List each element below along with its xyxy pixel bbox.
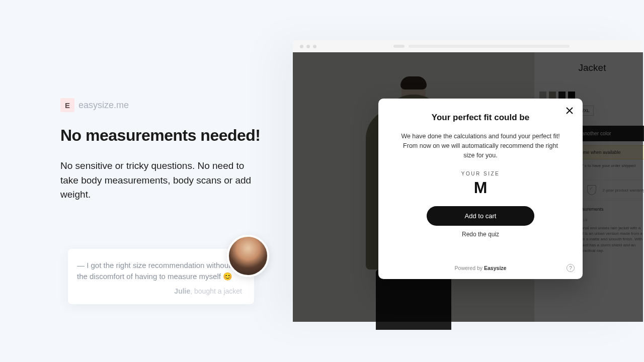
fit-result-modal: Your perfect fit could be We have done t…: [378, 99, 583, 279]
testimonial: — I got the right size recommendation wi…: [68, 249, 254, 304]
modal-footer: Powered by Easysize ?: [399, 265, 561, 271]
testimonial-quote: — I got the right size recommendation wi…: [77, 260, 242, 282]
testimonial-card: — I got the right size recommendation wi…: [68, 249, 254, 304]
traffic-light-icon: [313, 45, 316, 48]
redo-quiz-link[interactable]: Redo the quiz: [399, 231, 561, 238]
testimonial-attribution: Julie, bought a jacket: [77, 287, 242, 295]
brand-icon: E: [60, 98, 74, 112]
brand-name: easysize.me: [78, 100, 129, 111]
close-button[interactable]: [565, 106, 575, 116]
traffic-light-icon: [300, 45, 303, 48]
modal-body-text: We have done the calculations and found …: [399, 132, 561, 160]
browser-mock: Jacket S/M M/L L/XL Try another color ✉ …: [293, 40, 643, 322]
help-icon[interactable]: ?: [567, 264, 575, 272]
subheadline: No sensitive or tricky questions. No nee…: [60, 159, 262, 202]
your-size-label: YOUR SIZE: [399, 171, 561, 176]
avatar: [227, 235, 269, 277]
powered-by-brand: Easysize: [484, 265, 506, 271]
traffic-light-icon: [306, 45, 310, 48]
brand-lockup: E easysize.me: [60, 98, 262, 112]
modal-title: Your perfect fit could be: [399, 113, 561, 123]
browser-chrome: [293, 40, 643, 52]
headline: No measurements needed!: [60, 126, 262, 145]
powered-by-prefix: Powered by: [455, 265, 482, 271]
testimonial-name: Julie: [174, 287, 190, 295]
product-page: Jacket S/M M/L L/XL Try another color ✉ …: [293, 52, 643, 322]
testimonial-action: , bought a jacket: [190, 287, 242, 295]
add-to-cart-button[interactable]: Add to cart: [427, 206, 534, 226]
marketing-pane: E easysize.me No measurements needed! No…: [60, 98, 262, 202]
address-bar: [393, 45, 570, 48]
close-icon: [566, 107, 573, 114]
your-size-value: M: [399, 178, 561, 197]
